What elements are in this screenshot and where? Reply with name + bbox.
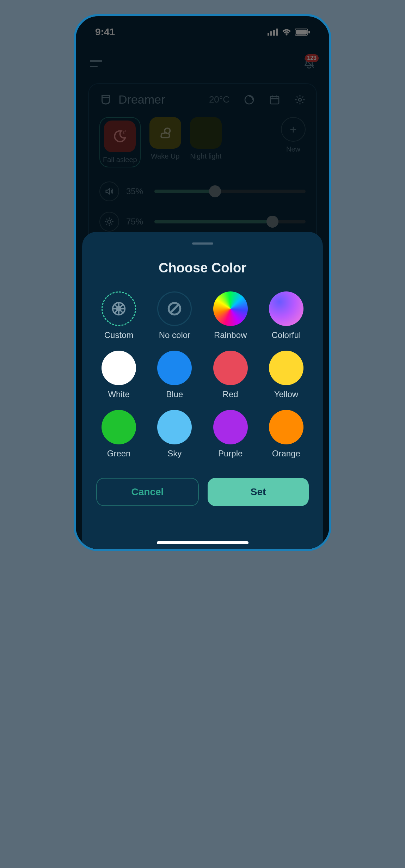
volume-icon <box>104 186 114 196</box>
color-wheel-icon <box>111 301 127 317</box>
app-header: 123 <box>76 51 329 76</box>
color-label: No color <box>159 330 190 340</box>
svg-rect-5 <box>296 30 307 35</box>
color-label: Orange <box>272 449 300 458</box>
volume-slider[interactable]: 35% <box>99 181 306 201</box>
color-picker-sheet: Choose Color Custom No color Rainbow <box>82 232 323 549</box>
color-label: Blue <box>166 389 183 399</box>
color-label: White <box>108 389 129 399</box>
brightness-icon <box>104 217 114 227</box>
plus-icon: + <box>290 123 297 136</box>
device-card: Dreamer 20°C zz Fall asleep Wake Up N <box>88 83 317 245</box>
sun-cloud-icon <box>157 125 173 141</box>
color-yellow[interactable]: Yellow <box>269 351 303 399</box>
moon-icon: zz <box>112 128 128 144</box>
color-red[interactable]: Red <box>213 351 248 399</box>
svg-rect-6 <box>308 31 310 33</box>
color-white[interactable]: White <box>102 351 136 399</box>
battery-icon <box>295 29 310 36</box>
svg-rect-1 <box>270 31 272 36</box>
color-label: Custom <box>104 330 134 340</box>
color-label: Red <box>223 389 238 399</box>
add-scene-button[interactable]: + New <box>281 117 306 153</box>
color-rainbow[interactable]: Rainbow <box>213 291 248 340</box>
svg-point-19 <box>108 220 111 223</box>
notifications-button[interactable]: 123 <box>303 56 315 71</box>
brightness-track[interactable] <box>154 220 306 223</box>
no-color-icon <box>167 301 182 316</box>
gear-icon[interactable] <box>294 94 306 105</box>
menu-icon[interactable] <box>90 60 102 67</box>
color-green[interactable]: Green <box>102 410 136 458</box>
color-label: Green <box>107 449 131 458</box>
phone-frame: 9:41 123 Dreamer 20°C zz <box>74 14 331 551</box>
color-custom[interactable]: Custom <box>102 291 136 340</box>
color-orange[interactable]: Orange <box>269 410 303 458</box>
scene-label: Wake Up <box>151 152 180 160</box>
status-bar: 9:41 <box>76 16 329 48</box>
scene-night-light[interactable]: Night light <box>190 117 222 160</box>
color-label: Rainbow <box>214 330 247 340</box>
sheet-title: Choose Color <box>96 260 309 276</box>
scene-wake-up[interactable]: Wake Up <box>149 117 181 160</box>
color-label: Colorful <box>272 330 301 340</box>
color-colorful[interactable]: Colorful <box>269 291 303 340</box>
cancel-button[interactable]: Cancel <box>96 478 199 506</box>
color-none[interactable]: No color <box>157 291 192 340</box>
notification-badge: 123 <box>305 54 319 62</box>
color-blue[interactable]: Blue <box>157 351 192 399</box>
volume-track[interactable] <box>154 190 306 193</box>
calendar-icon[interactable] <box>269 94 280 105</box>
color-label: Purple <box>218 449 243 458</box>
status-time: 9:41 <box>95 26 115 38</box>
scene-label: Night light <box>190 152 221 160</box>
set-button[interactable]: Set <box>208 478 309 506</box>
temperature: 20°C <box>209 94 229 105</box>
device-name: Dreamer <box>118 93 203 106</box>
color-grid: Custom No color Rainbow Colorful White <box>96 291 309 458</box>
scene-fall-asleep[interactable]: zz Fall asleep <box>99 117 141 167</box>
scene-label: Fall asleep <box>103 156 137 164</box>
new-label: New <box>286 145 300 153</box>
color-sky[interactable]: Sky <box>157 410 192 458</box>
sheet-grabber[interactable] <box>192 242 213 245</box>
svg-rect-2 <box>273 30 275 36</box>
svg-point-15 <box>299 98 301 101</box>
wifi-icon <box>282 29 292 36</box>
svg-rect-3 <box>276 29 278 36</box>
svg-rect-11 <box>270 96 279 104</box>
volume-value: 35% <box>126 186 147 196</box>
color-purple[interactable]: Purple <box>213 410 248 458</box>
svg-text:z: z <box>125 129 127 133</box>
color-label: Sky <box>167 449 182 458</box>
color-label: Yellow <box>274 389 299 399</box>
timer-icon[interactable] <box>244 94 255 105</box>
cellular-icon <box>268 29 278 36</box>
device-icon <box>99 93 112 106</box>
status-icons <box>268 29 310 36</box>
home-indicator[interactable] <box>157 541 248 544</box>
brightness-slider[interactable]: 75% <box>99 212 306 232</box>
svg-rect-0 <box>268 33 269 36</box>
brightness-value: 75% <box>126 217 147 227</box>
svg-line-23 <box>171 305 178 313</box>
